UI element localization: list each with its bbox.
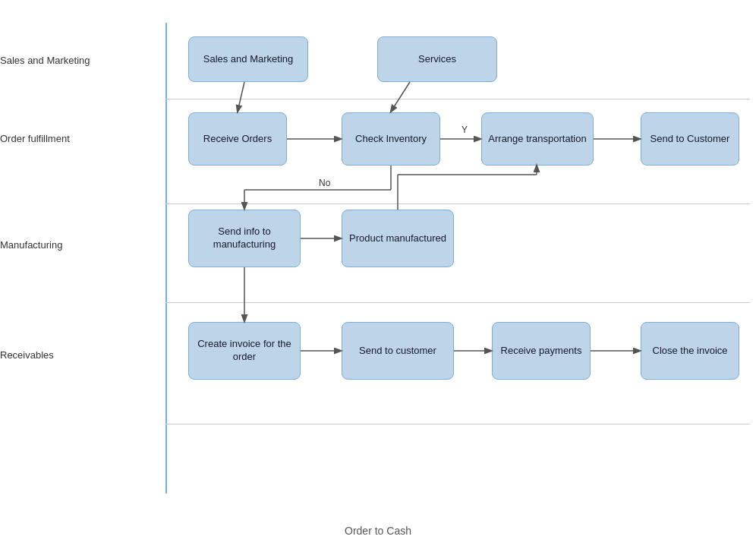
lane-separator-2 [165,204,750,204]
send-to-customer-top-box: Send to Customer [641,112,739,166]
arrows-svg: Y No [0,0,756,549]
lane-separator-3 [165,302,750,303]
svg-line-2 [391,82,410,112]
create-invoice-box: Create invoice for the order [188,322,301,380]
send-info-manufacturing-box: Send info to manufacturing [188,210,301,267]
receive-payments-box: Receive payments [492,322,591,380]
close-invoice-box: Close the invoice [641,322,739,380]
lane-separator-1 [165,99,750,99]
lane-label-receivables: Receivables [0,349,54,361]
no-label: No [319,178,331,188]
receive-orders-box: Receive Orders [188,112,287,166]
services-box: Services [377,36,497,82]
bottom-title: Order to Cash [345,525,411,537]
arrange-transport-box: Arrange transportation [481,112,594,166]
lane-separator-4 [165,424,750,424]
lane-label-order-fulfillment: Order fulfillment [0,133,70,144]
lane-label-sales: Sales and Marketing [0,55,90,66]
product-manufactured-box: Product manufactured [342,210,454,267]
divider-line [165,23,167,494]
lane-label-manufacturing: Manufacturing [0,239,62,251]
svg-line-1 [238,82,244,112]
send-to-customer-bottom-box: Send to customer [342,322,454,380]
sales-marketing-box: Sales and Marketing [188,36,308,82]
diagram-container: Sales and Marketing Order fulfillment Ma… [0,0,756,549]
check-inventory-box: Check Inventory [342,112,440,166]
yes-label: Y [461,125,468,135]
